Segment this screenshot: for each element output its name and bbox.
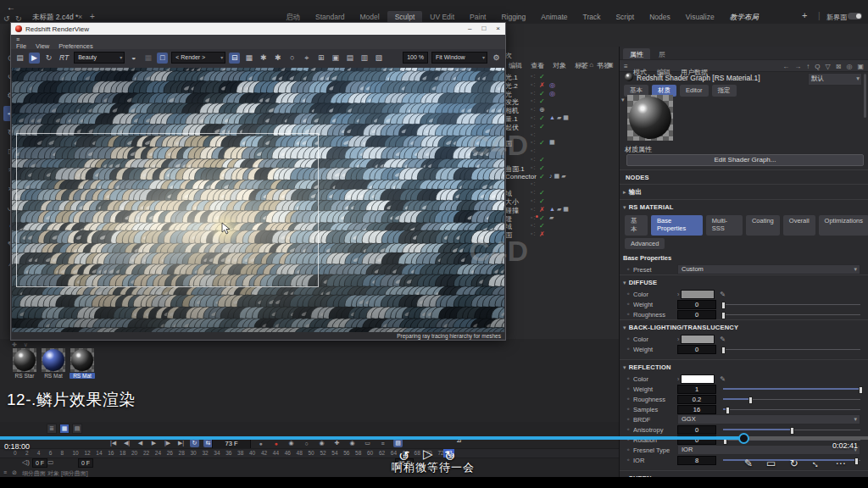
material-thumb[interactable]: RS Mat xyxy=(70,348,95,379)
transport-icon[interactable]: |▶ xyxy=(163,439,172,447)
rv-tool-icon[interactable]: ▤ xyxy=(344,53,355,64)
record-icon[interactable]: ○ xyxy=(302,440,311,447)
object-toggles[interactable]: ▫: xyxy=(531,206,536,212)
maximize-icon[interactable]: □ xyxy=(481,25,486,32)
object-enable-icon[interactable]: ⊕ xyxy=(539,106,545,114)
material-tab-指定[interactable]: 指定 xyxy=(712,85,737,97)
menu-icon[interactable]: ≡ xyxy=(624,63,628,70)
expand-arrow-icon[interactable]: › xyxy=(677,291,679,297)
anim-dot-icon[interactable]: ∘ xyxy=(626,291,633,297)
object-toggles[interactable]: ▫: xyxy=(531,73,536,79)
shader-chip-multi-sss[interactable]: Multi-SSS xyxy=(706,215,743,236)
om-menu-对象[interactable]: 对象 xyxy=(553,61,566,70)
object-enable-icon[interactable]: ✓ xyxy=(539,222,545,230)
transport-icon[interactable]: ◀ xyxy=(136,439,145,447)
object-toggles[interactable]: ▫: xyxy=(531,156,536,162)
range-start2-field[interactable]: 0 F xyxy=(78,458,93,468)
object-enable-icon[interactable]: ✓ xyxy=(539,156,545,164)
slider-handle[interactable] xyxy=(790,427,794,435)
zoom-level-field[interactable]: 100 % xyxy=(403,52,428,64)
tag-icon[interactable]: ▦ xyxy=(563,206,569,213)
transport-icon[interactable]: ▶| xyxy=(176,439,186,447)
pencil-icon[interactable]: ✎ xyxy=(720,336,726,343)
rv-tool-icon[interactable]: ▤ xyxy=(14,53,25,64)
om-tool-icon[interactable]: ⌂ xyxy=(589,61,593,69)
shader-chip-overall[interactable]: Overall xyxy=(783,215,815,236)
property-slider[interactable] xyxy=(723,406,860,413)
slider-handle[interactable] xyxy=(726,407,730,414)
color-swatch[interactable] xyxy=(681,335,715,344)
object-enable-icon[interactable]: ✓ xyxy=(539,189,545,197)
anim-dot-icon[interactable]: ∘ xyxy=(626,301,633,308)
object-enable-icon[interactable]: ✓ xyxy=(539,97,545,105)
anim-dot-icon[interactable]: ∘ xyxy=(626,266,633,273)
object-toggles[interactable]: ▫: xyxy=(531,90,536,96)
anim-dot-icon[interactable]: ∘ xyxy=(626,375,633,382)
object-toggles[interactable]: ▫: xyxy=(531,97,536,103)
record-icon[interactable]: ◉ xyxy=(348,439,357,447)
record-icon[interactable]: ◉ xyxy=(287,439,296,447)
object-toggles[interactable]: ▫: xyxy=(531,147,536,153)
object-enable-icon[interactable]: ✗ xyxy=(539,230,545,238)
tag-icon[interactable]: ▰ xyxy=(549,214,554,221)
nav-icon[interactable]: ▽ xyxy=(826,63,831,70)
anim-dot-icon[interactable]: ∘ xyxy=(626,406,633,413)
object-enable-icon[interactable]: ✓ xyxy=(539,164,545,172)
render-preset-dropdown[interactable]: 默认 xyxy=(808,73,862,86)
rv-tool-icon[interactable]: ✱ xyxy=(258,53,269,64)
object-toggles[interactable]: ▫: xyxy=(531,123,536,129)
anim-dot-icon[interactable]: ∘ xyxy=(626,457,633,463)
record-icon[interactable]: ▨ xyxy=(393,439,403,447)
object-toggles[interactable]: ▫: xyxy=(531,106,536,112)
object-toggles[interactable]: ▫: xyxy=(531,189,536,195)
section-header[interactable]: NODES xyxy=(620,169,868,184)
transport-icon[interactable]: |◀ xyxy=(108,439,118,447)
edit-note-icon[interactable]: ✎ xyxy=(744,458,753,469)
slider-handle[interactable] xyxy=(721,302,726,309)
expand-arrow-icon[interactable]: › xyxy=(677,376,679,382)
property-value-field[interactable]: 1 xyxy=(677,385,716,394)
slider-handle[interactable] xyxy=(854,458,859,465)
section-header[interactable]: ▾REFLECTION xyxy=(620,359,868,374)
property-value-field[interactable]: 0.2 xyxy=(677,395,716,404)
tab-add-icon[interactable]: + xyxy=(90,12,95,21)
object-toggles[interactable]: ▫: xyxy=(531,164,536,170)
om-tool-icon[interactable]: ▽ xyxy=(598,61,603,69)
object-enable-icon[interactable]: ✓ xyxy=(539,73,545,80)
collapse-caret-icon[interactable]: ▾ xyxy=(621,97,625,103)
scrollbar[interactable] xyxy=(864,74,866,118)
nav-icon[interactable]: ◎ xyxy=(846,63,852,70)
property-slider[interactable] xyxy=(723,346,860,353)
property-slider[interactable] xyxy=(723,311,860,319)
menu-icon[interactable]: ≡ xyxy=(16,36,19,42)
object-toggles[interactable]: ▫: xyxy=(531,114,536,120)
fit-window-dropdown[interactable]: Fit Window xyxy=(431,52,487,64)
replay-360-icon[interactable]: ↻ xyxy=(789,458,798,469)
pencil-icon[interactable]: ✎ xyxy=(720,375,726,383)
undo-icon[interactable]: ↺ xyxy=(3,14,10,23)
seek-handle[interactable] xyxy=(738,433,749,444)
gear-icon[interactable]: ⚙ xyxy=(491,53,502,64)
object-toggles[interactable]: ▫: xyxy=(531,131,536,137)
anim-dot-icon[interactable]: ∘ xyxy=(626,311,633,318)
slider-handle[interactable] xyxy=(748,396,753,404)
rv-tool-icon[interactable]: ▶ xyxy=(29,53,40,64)
object-toggles[interactable]: ▫: xyxy=(531,230,536,236)
record-icon[interactable]: ◉ xyxy=(317,439,326,447)
transport-icon[interactable]: ↻ xyxy=(190,439,199,447)
timeline-mode-icon[interactable]: ▦ xyxy=(59,424,70,434)
object-enable-icon[interactable]: ✗ xyxy=(539,81,545,89)
property-dropdown[interactable]: Custom xyxy=(677,264,860,274)
record-icon[interactable]: ≡ xyxy=(378,440,387,447)
rv-tool-icon[interactable]: ⌖ xyxy=(301,53,312,64)
object-enable-icon[interactable]: ✓ xyxy=(539,197,545,205)
rv-tool-icon[interactable]: ▦ xyxy=(142,53,153,64)
render-dropdown[interactable]: < Render > xyxy=(171,52,225,64)
speaker-icon[interactable]: ◁) xyxy=(22,458,30,466)
transport-icon[interactable]: ◀| xyxy=(122,439,131,447)
material-preview[interactable] xyxy=(627,95,673,141)
fullscreen-arrows-icon[interactable]: ↔ xyxy=(811,458,821,469)
object-enable-icon[interactable]: ✓ xyxy=(539,214,545,222)
record-icon[interactable]: ● xyxy=(256,440,265,447)
tag-icon[interactable]: ▦ xyxy=(549,139,555,146)
